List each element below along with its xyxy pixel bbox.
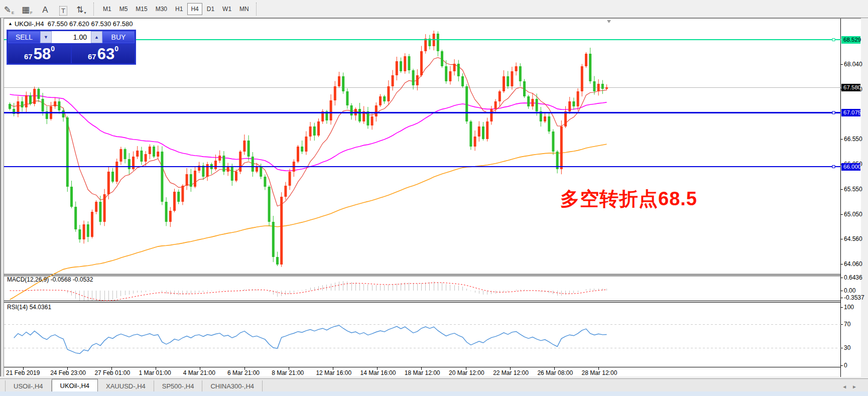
rsi-tick-label: 100 <box>844 304 854 311</box>
grid-pattern-icon: ▦ <box>22 5 30 16</box>
chart-text-annotation: 多空转折点68.5 <box>560 186 697 212</box>
sell-quote-button[interactable]: 67 58 0 <box>8 44 71 63</box>
price-tick-label: 66.550 <box>844 136 862 143</box>
axis-tick-mark <box>841 324 843 325</box>
axis-tick-mark <box>841 298 843 298</box>
date-axis-label: 20 Mar 12:00 <box>449 369 484 376</box>
rsi-tick-label: 30 <box>844 344 850 351</box>
sell-price-big-figure: 67 <box>24 52 33 62</box>
price-level-badge-green: 68.529 <box>841 36 860 44</box>
date-axis-label: 6 Mar 21:00 <box>227 369 260 376</box>
price-tick-label: 68.040 <box>844 61 862 68</box>
rsi-tick-label: 70 <box>844 321 850 328</box>
date-axis-label: 22 Mar 12:00 <box>493 369 529 376</box>
macd-tick-label: -0.3537 <box>844 294 864 301</box>
buy-price-big-figure: 67 <box>88 52 96 62</box>
timeframe-button-m15[interactable]: M15 <box>132 3 151 15</box>
date-axis-label: 12 Mar 16:00 <box>316 369 351 376</box>
axis-tick-mark <box>841 239 843 239</box>
timeframe-button-d1[interactable]: D1 <box>203 3 218 15</box>
symbol-label: UKOil-,H4 <box>15 20 44 28</box>
date-axis-label: 18 Mar 12:00 <box>405 369 440 376</box>
date-axis-label: 1 Mar 01:00 <box>139 369 171 376</box>
chart-tab-ukoilh4[interactable]: UKOil-,H4 <box>52 379 98 391</box>
price-tick-label: 65.550 <box>844 186 862 193</box>
date-axis-label: 8 Mar 21:00 <box>272 369 304 376</box>
ohlc-readout: 67.550 67.620 67.530 67.580 <box>48 20 133 28</box>
price-level-badge-blue: 66.000 <box>841 163 860 171</box>
styles-crayon-icon: ✎ <box>4 5 11 16</box>
cursor-mode-icon[interactable]: ⇅▾ <box>74 3 89 16</box>
price-axis[interactable]: 68.04067.54066.55066.05065.55065.05064.5… <box>841 19 861 377</box>
buy-price-pips: 63 <box>97 46 114 62</box>
tab-scroll-arrows[interactable]: ◄► <box>842 384 862 389</box>
timeframe-button-h1[interactable]: H1 <box>172 3 186 15</box>
chart-tab-bar: USOil-,H4UKOil-,H4XAUUSD-,H4SP500-,H4CHI… <box>0 378 868 391</box>
volume-increase-button[interactable]: ▲ <box>91 31 102 43</box>
buy-button[interactable]: BUY <box>102 31 135 43</box>
tab-scroll-left-icon[interactable]: ◄ <box>842 384 852 389</box>
timeframe-button-mn[interactable]: MN <box>236 3 253 15</box>
axis-tick-mark <box>841 64 843 65</box>
volume-input[interactable]: 1.00 <box>52 31 91 43</box>
sell-button[interactable]: SELL <box>8 31 40 43</box>
toolbar-separator <box>93 3 96 16</box>
collapse-triangle-icon[interactable]: ▲ <box>8 21 13 26</box>
axis-tick-mark <box>841 139 843 140</box>
axis-tick-mark <box>841 291 843 291</box>
date-axis-label: 24 Feb 23:00 <box>50 369 86 376</box>
timeframe-button-m1[interactable]: M1 <box>99 3 115 15</box>
date-axis-label: 27 Feb 01:00 <box>94 369 130 376</box>
timeframe-button-h4[interactable]: H4 <box>187 3 202 15</box>
chart-tab-usoilh4[interactable]: USOil-,H4 <box>5 380 52 391</box>
timeframe-button-w1[interactable]: W1 <box>219 3 235 15</box>
date-axis-label: 14 Mar 16:00 <box>360 369 396 376</box>
price-chart-canvas[interactable] <box>4 19 841 377</box>
axis-tick-mark <box>841 214 843 215</box>
text-label-icon: A <box>42 5 48 16</box>
styles-crayon-icon[interactable]: ✎E <box>2 3 17 16</box>
chart-tab-xauusdh4[interactable]: XAUUSD-,H4 <box>98 380 154 391</box>
chart-tab-sp500h4[interactable]: SP500-,H4 <box>154 380 203 391</box>
volume-decrease-button[interactable]: ▼ <box>40 31 52 43</box>
tab-scroll-right-icon[interactable]: ► <box>852 384 862 389</box>
text-box-icon[interactable]: T <box>56 3 71 16</box>
one-click-trading-panel: SELL ▼ 1.00 ▲ BUY 67 58 0 67 63 0 <box>7 30 136 65</box>
buy-quote-button[interactable]: 67 63 0 <box>72 44 135 63</box>
timeframe-button-m30[interactable]: M30 <box>152 3 171 15</box>
status-strip <box>0 391 868 396</box>
timeframe-group: M1M5M15M30H1H4D1W1MN <box>99 3 253 15</box>
axis-tick-mark <box>841 264 843 265</box>
price-tick-label: 64.560 <box>844 235 862 242</box>
sell-price-pips: 58 <box>34 46 51 62</box>
icon-badge: F <box>30 11 33 16</box>
text-box-icon: T <box>59 6 67 16</box>
macd-tick-label: 0.00 <box>844 287 855 294</box>
icon-badge: E <box>12 11 14 16</box>
axis-tick-mark <box>841 307 843 308</box>
chart-tabs: USOil-,H4UKOil-,H4XAUUSD-,H4SP500-,H4CHI… <box>0 379 263 391</box>
date-axis-label: 21 Feb 2019 <box>6 369 40 376</box>
date-axis-label: 28 Mar 12:00 <box>582 369 617 376</box>
rsi-tick-label: 0 <box>844 362 847 369</box>
top-toolbar: ✎E▦FAT⇅▾ M1M5M15M30H1H4D1W1MN <box>0 0 868 18</box>
macd-tick-label: 0.6436 <box>844 274 862 281</box>
drawing-tools-group: ✎E▦FAT⇅▾ <box>0 3 90 16</box>
sell-price-point: 0 <box>51 45 55 52</box>
axis-tick-mark <box>841 278 843 278</box>
date-axis-label: 26 Mar 08:00 <box>537 369 573 376</box>
axis-tick-mark <box>841 348 843 348</box>
price-tick-label: 65.050 <box>844 211 862 218</box>
text-label-icon[interactable]: A <box>38 3 53 16</box>
timeframe-button-m5[interactable]: M5 <box>116 3 132 15</box>
chart-window: ▲UKOil-,H4 67.550 67.620 67.530 67.580 S… <box>4 18 861 376</box>
price-level-badge-blue: 67.075 <box>841 109 860 116</box>
axis-tick-mark <box>841 365 843 366</box>
grid-pattern-icon[interactable]: ▦F <box>20 3 35 16</box>
buy-price-point: 0 <box>114 45 118 52</box>
cursor-mode-icon: ⇅ <box>76 5 83 16</box>
chart-tab-china300h4[interactable]: CHINA300-,H4 <box>202 380 263 391</box>
price-tick-label: 64.060 <box>844 260 862 268</box>
icon-badge: ▾ <box>84 11 86 16</box>
rsi-indicator-label: RSI(14) 54.0361 <box>7 304 51 311</box>
